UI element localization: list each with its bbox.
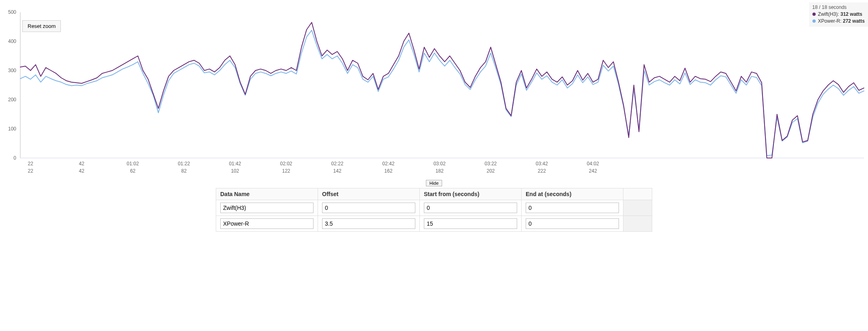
svg-text:400: 400 [8, 38, 16, 44]
svg-text:01:22: 01:22 [178, 161, 190, 167]
svg-text:142: 142 [333, 168, 342, 174]
svg-text:300: 300 [8, 68, 16, 73]
svg-text:162: 162 [385, 168, 393, 174]
svg-text:01:42: 01:42 [229, 161, 241, 167]
svg-text:62: 62 [130, 168, 136, 174]
svg-text:02:02: 02:02 [280, 161, 292, 167]
svg-text:01:02: 01:02 [127, 161, 139, 167]
table-row [216, 216, 652, 232]
chart-container: Reset zoom 18 / 18 seconds Zwift(H3): 31… [0, 0, 868, 178]
tooltip-row: Zwift(H3): 312 watts [812, 11, 865, 18]
svg-text:22: 22 [28, 168, 34, 174]
series-dot-icon [812, 19, 816, 23]
col-header: End at (seconds) [522, 188, 623, 200]
start-input[interactable] [424, 218, 517, 229]
offset-input[interactable] [322, 203, 415, 213]
chart-svg[interactable]: 01002003004005002222424201:026201:228201… [0, 0, 868, 178]
table-row [216, 200, 652, 216]
svg-text:200: 200 [8, 97, 16, 103]
svg-text:102: 102 [231, 168, 239, 174]
reset-zoom-button[interactable]: Reset zoom [22, 20, 61, 32]
svg-text:02:22: 02:22 [331, 161, 344, 167]
svg-text:03:02: 03:02 [434, 161, 446, 167]
svg-text:03:42: 03:42 [536, 161, 548, 167]
tooltip-row: XPower-R: 272 watts [812, 18, 865, 25]
data-table: Data Name Offset Start from (seconds) En… [216, 188, 652, 232]
start-input[interactable] [424, 203, 517, 213]
svg-text:222: 222 [538, 168, 546, 174]
svg-text:182: 182 [436, 168, 444, 174]
svg-text:202: 202 [487, 168, 495, 174]
svg-text:0: 0 [13, 155, 16, 161]
svg-text:500: 500 [8, 9, 16, 15]
svg-text:100: 100 [8, 126, 16, 132]
tooltip-header: 18 / 18 seconds [812, 4, 865, 11]
row-action-cell [623, 200, 652, 216]
svg-text:42: 42 [79, 161, 85, 167]
svg-text:03:22: 03:22 [485, 161, 497, 167]
svg-text:42: 42 [79, 168, 85, 174]
svg-text:22: 22 [28, 161, 34, 167]
col-header: Offset [318, 188, 420, 200]
end-input[interactable] [526, 218, 619, 229]
svg-text:122: 122 [282, 168, 290, 174]
series-dot-icon [812, 13, 816, 16]
table-header-row: Data Name Offset Start from (seconds) En… [216, 188, 652, 200]
hide-button[interactable]: Hide [426, 180, 443, 186]
svg-text:02:42: 02:42 [382, 161, 395, 167]
col-header: Data Name [216, 188, 318, 200]
tooltip-series-name: XPower-R: 272 watts [818, 18, 865, 25]
svg-text:04:02: 04:02 [587, 161, 599, 167]
chart-tooltip: 18 / 18 seconds Zwift(H3): 312 watts XPo… [809, 2, 868, 27]
name-input[interactable] [220, 203, 314, 213]
tooltip-series-name: Zwift(H3): 312 watts [818, 11, 862, 18]
svg-text:82: 82 [181, 168, 187, 174]
end-input[interactable] [526, 203, 619, 213]
name-input[interactable] [220, 218, 314, 229]
svg-text:242: 242 [589, 168, 597, 174]
col-header: Start from (seconds) [420, 188, 522, 200]
row-action-cell [623, 216, 652, 232]
col-header-empty [623, 188, 652, 200]
offset-input[interactable] [322, 218, 415, 229]
